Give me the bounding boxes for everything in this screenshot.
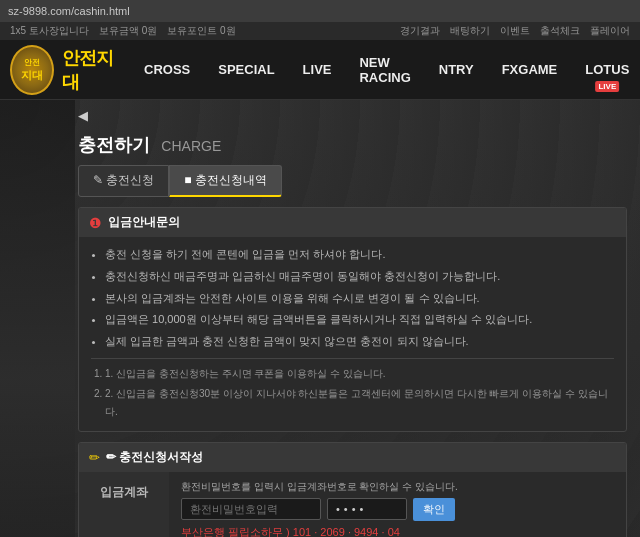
account-input-row: 확인	[181, 498, 614, 521]
form-row-account: 입금계좌 환전비밀번호를 입력시 입금계좌번호로 확인하실 수 있습니다. 확인…	[79, 472, 626, 537]
notice-icon: ❶	[89, 215, 102, 231]
value-account: 환전비밀번호를 입력시 입금계좌번호로 확인하실 수 있습니다. 확인 부산은행…	[169, 472, 626, 537]
tab-charge-history[interactable]: ■ 충전신청내역	[169, 165, 282, 197]
form-table: 입금계좌 환전비밀번호를 입력시 입금계좌번호로 확인하실 수 있습니다. 확인…	[79, 472, 626, 537]
notice-bullet-2: 본사의 입금계좌는 안전한 사이트 이용을 위해 수시로 변경이 될 수 있습니…	[105, 289, 614, 309]
tab-charge-request[interactable]: ✎ 충전신청	[78, 165, 169, 197]
nav-item-live[interactable]: LIVE	[289, 40, 346, 100]
nav-item-fxgame[interactable]: FXGAME	[488, 40, 572, 100]
account-sub-info: 환전비밀번호를 입력시 입금계좌번호로 확인하실 수 있습니다.	[181, 480, 614, 494]
form-section-header: ✏ ✏ 충전신청서작성	[79, 443, 626, 472]
side-decoration	[0, 100, 75, 537]
logo-circle: 안전 지대	[10, 45, 54, 95]
form-section: ✏ ✏ 충전신청서작성 입금계좌 환전비밀번호를 입력시 입금계좌번호로 확인하…	[78, 442, 627, 537]
top-menu-event[interactable]: 이벤트	[500, 24, 530, 38]
top-info-item-2: 보유포인트 0원	[167, 24, 235, 38]
header: 안전 지대 안전지대 CROSS SPECIAL LIVE NEW RACING…	[0, 40, 640, 100]
logo-area: 안전 지대 안전지대	[10, 45, 120, 95]
notice-num-1: 2. 신입금을 충전신청30분 이상이 지나서야 하신분들은 고객센터에 문의하…	[105, 385, 614, 421]
back-button[interactable]: ◀	[78, 108, 92, 123]
notice-bullets: 충전 신청을 하기 전에 콘텐에 입금을 먼저 하셔야 합니다. 충전신청하신 …	[91, 245, 614, 352]
top-menu-results[interactable]: 경기결과	[400, 24, 440, 38]
logo-text: 안전지대	[62, 46, 120, 94]
notice-bullet-3: 입금액은 10,000원 이상부터 해당 금액버튼을 클릭하시거나 직접 입력하…	[105, 310, 614, 330]
top-info-item-1: 보유금액 0원	[99, 24, 157, 38]
label-account: 입금계좌	[79, 472, 169, 537]
notice-num-0: 1. 신입금을 충전신청하는 주시면 쿠폰을 이용하실 수 있습니다.	[105, 365, 614, 383]
main-bg: ◀ 충전하기 CHARGE ✎ 충전신청 ■ 충전신청내역 ❶ 입금안내문의 충	[0, 100, 640, 537]
browser-url: sz-9898.com/cashin.html	[8, 5, 130, 17]
notice-box: ❶ 입금안내문의 충전 신청을 하기 전에 콘텐에 입금을 먼저 하셔야 합니다…	[78, 207, 627, 432]
notice-numbered: 1. 신입금을 충전신청하는 주시면 쿠폰을 이용하실 수 있습니다. 2. 신…	[91, 365, 614, 421]
top-info-item-0: 1x5 토사장입니다	[10, 24, 89, 38]
notice-content: 충전 신청을 하기 전에 콘텐에 입금을 먼저 하셔야 합니다. 충전신청하신 …	[79, 237, 626, 431]
logo-top-text: 안전	[24, 57, 40, 68]
top-menu-player[interactable]: 플레이어	[590, 24, 630, 38]
top-menu-betting[interactable]: 배팅하기	[450, 24, 490, 38]
top-info-bar: 1x5 토사장입니다 보유금액 0원 보유포인트 0원 경기결과 배팅하기 이벤…	[0, 22, 640, 40]
account-dots-input[interactable]	[327, 498, 407, 520]
top-info-right: 경기결과 배팅하기 이벤트 출석체크 플레이어	[400, 24, 630, 38]
content-area: ◀ 충전하기 CHARGE ✎ 충전신청 ■ 충전신청내역 ❶ 입금안내문의 충	[70, 100, 635, 537]
page-title-ko: 충전하기	[78, 135, 150, 155]
nav-item-lotus[interactable]: LOTUS LIVE	[571, 40, 640, 100]
nav-item-ntry[interactable]: NTRY	[425, 40, 488, 100]
account-password-input[interactable]	[181, 498, 321, 520]
form-section-icon: ✏	[89, 450, 100, 465]
main-nav: CROSS SPECIAL LIVE NEW RACING NTRY FXGAM…	[130, 40, 640, 100]
lotus-live-badge: LIVE	[595, 81, 619, 92]
tabs: ✎ 충전신청 ■ 충전신청내역	[78, 165, 627, 197]
nav-item-special[interactable]: SPECIAL	[204, 40, 288, 100]
notice-header-text: 입금안내문의	[108, 214, 180, 231]
nav-item-newracing[interactable]: NEW RACING	[345, 40, 424, 100]
page-title-area: 충전하기 CHARGE	[78, 129, 627, 165]
nav-item-cross[interactable]: CROSS	[130, 40, 204, 100]
top-info-left: 1x5 토사장입니다 보유금액 0원 보유포인트 0원	[10, 24, 236, 38]
back-arrow-icon: ◀	[78, 108, 88, 123]
logo-main-text: 지대	[21, 68, 43, 83]
account-confirm-button[interactable]: 확인	[413, 498, 455, 521]
notice-bullet-0: 충전 신청을 하기 전에 콘텐에 입금을 먼저 하셔야 합니다.	[105, 245, 614, 265]
page-title-en: CHARGE	[161, 138, 221, 154]
notice-bullet-1: 충전신청하신 매금주명과 입금하신 매금주명이 동일해야 충전신청이 가능합니다…	[105, 267, 614, 287]
account-number-info: 부산은행 필립소하무 ) 101 · 2069 · 9494 · 04	[181, 525, 614, 537]
top-menu-attendance[interactable]: 출석체크	[540, 24, 580, 38]
browser-bar: sz-9898.com/cashin.html	[0, 0, 640, 22]
notice-bullet-4: 실제 입금한 금액과 충전 신청한 금액이 맞지 않으면 충전이 되지 않습니다…	[105, 332, 614, 352]
form-section-title: ✏ 충전신청서작성	[106, 449, 203, 466]
notice-header: ❶ 입금안내문의	[79, 208, 626, 237]
